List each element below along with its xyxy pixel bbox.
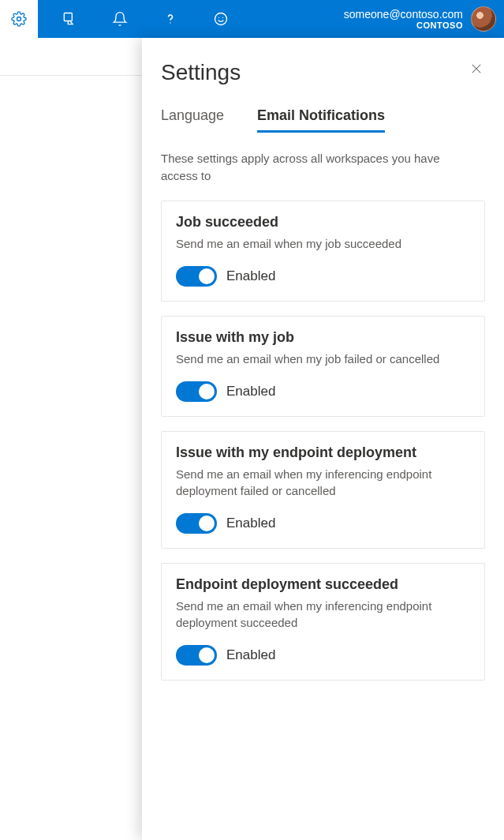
svg-rect-1 — [64, 13, 72, 21]
card-title: Issue with my endpoint deployment — [176, 444, 470, 461]
topbar: someone@contoso.com CONTOSO — [0, 0, 504, 38]
topbar-left — [0, 0, 252, 38]
svg-point-4 — [218, 17, 219, 18]
diagnostics-icon[interactable] — [50, 0, 88, 38]
card-job-succeeded: Job succeeded Send me an email when my j… — [161, 201, 485, 302]
page-divider — [0, 75, 142, 76]
toggle-row: Enabled — [176, 266, 470, 287]
svg-point-3 — [215, 13, 227, 25]
card-desc: Send me an email when my job succeeded — [176, 235, 470, 252]
toggle-label: Enabled — [226, 268, 275, 284]
feedback-smile-icon[interactable] — [202, 0, 240, 38]
toggle-job-succeeded[interactable] — [176, 266, 217, 287]
account-info: someone@contoso.com CONTOSO — [344, 8, 463, 31]
toggle-label: Enabled — [226, 516, 275, 531]
card-title: Issue with my job — [176, 329, 470, 346]
svg-point-0 — [17, 17, 21, 21]
panel-title: Settings — [161, 60, 241, 85]
toggle-issue-job[interactable] — [176, 381, 217, 402]
toggle-row: Enabled — [176, 381, 470, 402]
topbar-account[interactable]: someone@contoso.com CONTOSO — [344, 6, 504, 32]
svg-point-2 — [170, 22, 170, 23]
toggle-label: Enabled — [226, 384, 275, 399]
card-title: Endpoint deployment succeeded — [176, 576, 470, 593]
card-issue-job: Issue with my job Send me an email when … — [161, 316, 485, 417]
settings-panel: Settings Language Email Notifications Th… — [142, 38, 504, 840]
toggle-row: Enabled — [176, 645, 470, 666]
card-desc: Send me an email when my inferencing end… — [176, 466, 470, 499]
tabs: Language Email Notifications — [161, 107, 485, 133]
notification-cards: Job succeeded Send me an email when my j… — [161, 201, 485, 681]
toggle-endpoint-succeeded[interactable] — [176, 645, 217, 666]
tab-language[interactable]: Language — [161, 107, 224, 133]
close-icon[interactable] — [468, 60, 485, 81]
tab-email-notifications[interactable]: Email Notifications — [257, 107, 385, 133]
panel-header: Settings — [161, 60, 485, 85]
card-desc: Send me an email when my job failed or c… — [176, 351, 470, 367]
toggle-issue-endpoint[interactable] — [176, 513, 217, 534]
account-email: someone@contoso.com — [344, 8, 463, 21]
avatar[interactable] — [471, 6, 496, 32]
settings-gear-icon[interactable] — [0, 0, 38, 38]
account-org: CONTOSO — [344, 21, 463, 31]
panel-description: These settings apply across all workspac… — [161, 150, 476, 185]
svg-point-5 — [222, 17, 223, 18]
card-issue-endpoint: Issue with my endpoint deployment Send m… — [161, 431, 485, 549]
card-desc: Send me an email when my inferencing end… — [176, 598, 470, 631]
card-title: Job succeeded — [176, 214, 470, 231]
notifications-bell-icon[interactable] — [101, 0, 139, 38]
toggle-row: Enabled — [176, 513, 470, 534]
help-icon[interactable] — [151, 0, 189, 38]
card-endpoint-succeeded: Endpoint deployment succeeded Send me an… — [161, 563, 485, 681]
toggle-label: Enabled — [226, 647, 275, 663]
